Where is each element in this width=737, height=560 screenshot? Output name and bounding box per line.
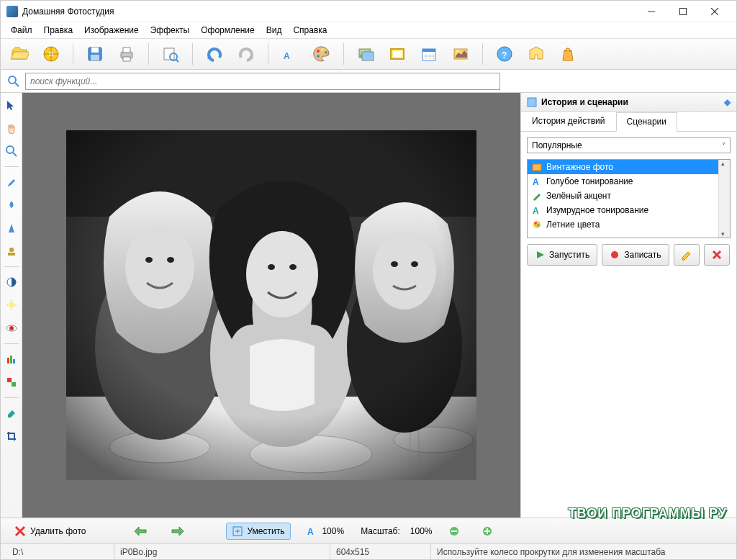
text-button[interactable]: A [277, 41, 303, 67]
menu-effects[interactable]: Эффекты [145, 24, 196, 37]
scale-value: 100% [410, 526, 433, 536]
edit-scenario-button[interactable] [674, 244, 700, 266]
svg-rect-41 [9, 248, 14, 252]
svg-point-80 [534, 222, 537, 225]
scale-label: Масштаб: [361, 526, 400, 536]
bottom-toolbar: Удалить фото Уместить A 100% Масштаб: 10… [1, 518, 736, 543]
fit-button[interactable]: Уместить [226, 523, 291, 540]
left-toolbar [1, 93, 22, 518]
svg-rect-28 [422, 49, 435, 52]
svg-point-81 [537, 224, 540, 227]
menu-view[interactable]: Вид [261, 24, 288, 37]
record-scenario-button[interactable]: Записать [602, 244, 669, 266]
search-bar [1, 70, 736, 93]
minimize-button[interactable] [636, 1, 667, 22]
canvas-button[interactable] [353, 41, 379, 67]
light-tool[interactable] [4, 297, 19, 313]
scenario-item[interactable]: Зелёный акцент [528, 189, 718, 203]
shop-button[interactable] [555, 41, 581, 67]
frame-button[interactable] [384, 41, 410, 67]
tab-history[interactable]: История действий [521, 112, 616, 131]
summer-icon [532, 220, 542, 230]
zoom-in-button[interactable] [476, 523, 499, 540]
help-button[interactable]: ? [492, 41, 517, 67]
menu-image[interactable]: Изображение [78, 24, 145, 37]
svg-line-40 [13, 153, 17, 156]
scenario-item[interactable]: A Изумрудное тонирование [528, 203, 718, 217]
panel-header: История и сценарии ◆ [521, 93, 736, 112]
scenario-item[interactable]: Винтажное фото [528, 160, 718, 174]
eraser-tool[interactable] [4, 405, 19, 421]
blue-tone-icon: A [532, 176, 542, 186]
zoom-tool[interactable] [4, 143, 19, 159]
photo-preview [66, 130, 476, 480]
svg-rect-55 [12, 382, 16, 387]
scenario-item[interactable]: Летние цвета [528, 217, 718, 232]
maximize-button[interactable] [667, 1, 699, 22]
postcard-button[interactable] [448, 41, 474, 67]
svg-rect-75 [528, 98, 536, 107]
pointer-tool[interactable] [4, 97, 19, 113]
run-scenario-button[interactable]: Запустить [527, 244, 597, 266]
scenario-list: Винтажное фото A Голубое тонирование Зел… [527, 159, 731, 238]
arrow-right-icon [171, 525, 185, 537]
save-button[interactable] [82, 41, 108, 67]
prev-photo-button[interactable] [127, 522, 154, 541]
svg-rect-1 [680, 8, 687, 14]
open-button[interactable] [6, 41, 32, 67]
menu-file[interactable]: Файл [5, 24, 38, 37]
calendar-button[interactable] [416, 41, 442, 67]
status-path: D:\ [6, 544, 114, 559]
menu-help[interactable]: Справка [287, 24, 333, 37]
collapse-icon[interactable]: ◆ [724, 97, 731, 107]
delete-scenario-button[interactable] [704, 244, 730, 266]
palette-button[interactable] [309, 41, 335, 67]
home-button[interactable] [523, 41, 549, 67]
replace-color-tool[interactable] [4, 374, 19, 390]
levels-tool[interactable] [4, 351, 19, 367]
redeye-tool[interactable] [4, 320, 19, 336]
catalog-button[interactable] [38, 41, 64, 67]
menu-edit[interactable]: Правка [38, 24, 79, 37]
zoom-out-button[interactable] [443, 523, 466, 540]
fit-icon [232, 526, 243, 536]
svg-line-16 [176, 59, 178, 62]
svg-point-82 [611, 251, 618, 258]
canvas-area[interactable] [22, 93, 520, 518]
emerald-icon: A [532, 205, 542, 215]
svg-text:A: A [284, 51, 290, 61]
svg-point-50 [9, 326, 14, 330]
scenario-item[interactable]: A Голубое тонирование [528, 174, 718, 189]
scenario-category-combo[interactable]: Популярные ˅ [527, 137, 731, 153]
svg-point-34 [456, 50, 459, 53]
hundred-button[interactable]: A 100% [301, 523, 351, 540]
undo-button[interactable] [202, 41, 227, 67]
brush-tool[interactable] [4, 174, 19, 190]
menu-decor[interactable]: Оформление [195, 24, 260, 37]
drop-tool[interactable] [4, 197, 19, 213]
delete-photo-button[interactable]: Удалить фото [8, 522, 92, 541]
print-button[interactable] [114, 41, 140, 67]
titlebar: Домашняя Фотостудия [1, 1, 736, 22]
close-button[interactable] [699, 1, 731, 22]
view-button[interactable] [158, 41, 184, 67]
hand-tool[interactable] [4, 120, 19, 136]
tab-scenarios[interactable]: Сценарии [616, 112, 677, 132]
svg-rect-51 [7, 358, 9, 363]
svg-rect-74 [66, 130, 476, 480]
stamp-tool[interactable] [4, 243, 19, 259]
hundred-icon: A [307, 526, 317, 536]
contrast-tool[interactable] [4, 274, 19, 290]
green-accent-icon [532, 191, 542, 201]
redo-button[interactable] [233, 41, 259, 67]
svg-text:A: A [533, 177, 539, 186]
search-input[interactable] [25, 73, 500, 90]
status-dims: 604x515 [330, 544, 431, 559]
sharpen-tool[interactable] [4, 220, 19, 236]
next-photo-button[interactable] [164, 522, 191, 541]
crop-tool[interactable] [4, 428, 19, 444]
svg-point-20 [325, 51, 327, 54]
scenario-scrollbar[interactable] [718, 160, 730, 238]
svg-point-18 [317, 50, 320, 53]
app-icon [6, 6, 18, 17]
